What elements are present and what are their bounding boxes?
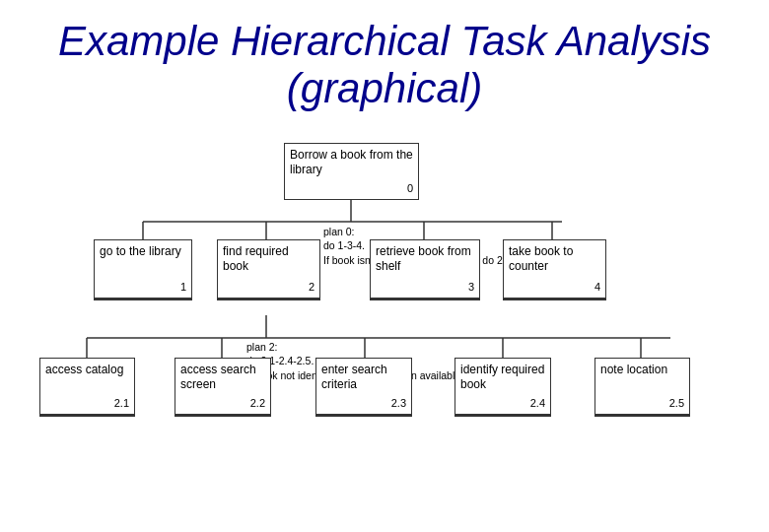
task-label-2-5: note location	[600, 363, 667, 376]
task-num-1: 1	[180, 280, 186, 294]
task-label-2: find required book	[223, 244, 289, 274]
task-num-3: 3	[468, 280, 474, 294]
task-label-2-3: enter search criteria	[321, 363, 387, 392]
task-box-2-2: access search screen 2.2	[175, 358, 271, 415]
task-num-2-1: 2.1	[114, 396, 129, 410]
task-label-4: take book to counter	[509, 244, 573, 274]
task-num-2: 2	[309, 280, 315, 294]
root-num: 0	[407, 181, 413, 195]
task-box-2-3: enter search criteria 2.3	[315, 358, 412, 415]
task-num-2-3: 2.3	[391, 396, 406, 410]
task-num-4: 4	[594, 280, 600, 294]
task-box-2-4: identify required book 2.4	[454, 358, 551, 415]
task-label-3: retrieve book from shelf	[376, 244, 471, 274]
task-box-4: take book to counter 4	[503, 239, 606, 299]
task-num-2-2: 2.2	[250, 396, 265, 410]
task-label-1: go to the library	[100, 244, 181, 258]
task-label-2-2: access search screen	[180, 363, 256, 392]
task-label-2-4: identify required book	[460, 363, 544, 392]
task-num-2-5: 2.5	[669, 396, 684, 410]
task-num-2-4: 2.4	[530, 396, 545, 410]
root-task-box: Borrow a book from the library 0	[284, 143, 419, 200]
task-box-3: retrieve book from shelf 3	[370, 239, 480, 299]
task-label-2-1: access catalog	[45, 363, 123, 376]
task-box-1: go to the library 1	[94, 239, 192, 299]
page-title: Example Hierarchical Task Analysis (grap…	[0, 0, 769, 123]
task-box-2-1: access catalog 2.1	[39, 358, 135, 415]
task-box-2-5: note location 2.5	[594, 358, 690, 415]
task-box-2: find required book 2	[217, 239, 320, 299]
root-label: Borrow a book from the library	[290, 148, 413, 177]
